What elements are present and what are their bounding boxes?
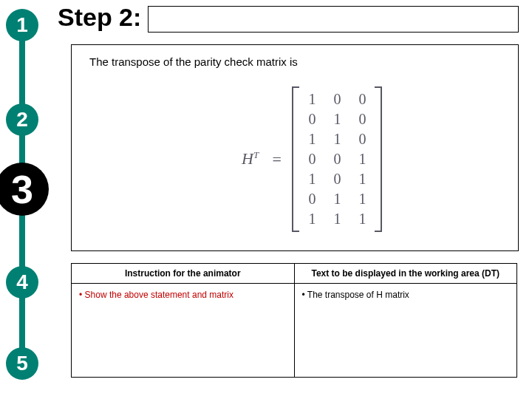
matrix-cell: 1 bbox=[324, 109, 349, 129]
instruction-header-animator: Instruction for the animator bbox=[72, 264, 295, 284]
matrix-cell: 1 bbox=[299, 129, 324, 149]
step-marker-4: 4 bbox=[6, 266, 38, 299]
step-marker-1: 1 bbox=[6, 9, 38, 41]
matrix-cell: 0 bbox=[349, 109, 375, 129]
matrix-cell: 0 bbox=[349, 129, 375, 149]
matrix-cell: 1 bbox=[349, 149, 375, 169]
matrix-cell: 1 bbox=[324, 189, 349, 209]
instruction-header-display: Text to be displayed in the working area… bbox=[294, 264, 517, 284]
matrix-symbol: HT bbox=[242, 149, 259, 168]
matrix-cell: 1 bbox=[349, 189, 375, 209]
matrix-cell: 0 bbox=[299, 109, 324, 129]
instruction-cell-animator: • Show the above statement and matrix bbox=[72, 284, 295, 378]
matrix-cell: 1 bbox=[299, 209, 324, 229]
matrix-cell: 1 bbox=[349, 169, 375, 189]
matrix: HT = 100010110001101011111 bbox=[242, 86, 382, 232]
content-box: The transpose of the parity check matrix… bbox=[71, 44, 519, 251]
matrix-cell: 1 bbox=[324, 129, 349, 149]
matrix-cell: 0 bbox=[299, 149, 324, 169]
matrix-cell: 0 bbox=[299, 189, 324, 209]
instruction-cell-display: • The transpose of H matrix bbox=[294, 284, 517, 378]
title-empty-box bbox=[148, 6, 519, 33]
equals-sign: = bbox=[273, 150, 282, 169]
step-title: Step 2: bbox=[58, 3, 141, 32]
step-marker-2: 2 bbox=[6, 103, 38, 136]
step-marker-3-current: 3 bbox=[0, 163, 49, 216]
step-marker-5: 5 bbox=[6, 347, 38, 380]
matrix-cell: 1 bbox=[299, 89, 324, 109]
matrix-cell: 1 bbox=[324, 209, 349, 229]
matrix-cell: 1 bbox=[299, 169, 324, 189]
matrix-cell: 0 bbox=[324, 169, 349, 189]
matrix-bracket: 100010110001101011111 bbox=[292, 86, 382, 232]
matrix-cell: 0 bbox=[324, 89, 349, 109]
matrix-cell: 1 bbox=[349, 209, 375, 229]
instruction-table: Instruction for the animator Text to be … bbox=[71, 263, 517, 378]
content-text: The transpose of the parity check matrix… bbox=[89, 55, 298, 68]
matrix-cell: 0 bbox=[349, 89, 375, 109]
matrix-cell: 0 bbox=[324, 149, 349, 169]
